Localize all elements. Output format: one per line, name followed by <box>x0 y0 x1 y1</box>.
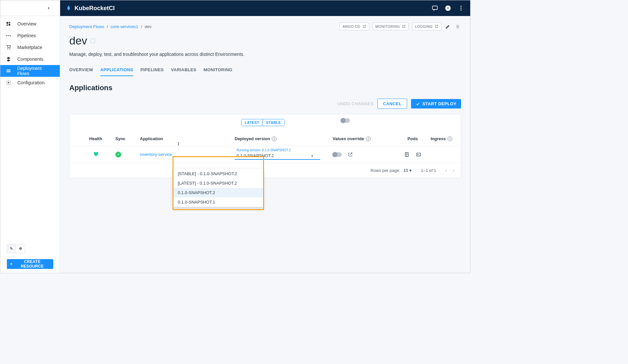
info-icon[interactable]: i <box>272 137 276 141</box>
chevron-down-icon: ▾ <box>409 168 412 173</box>
cancel-button[interactable]: CANCEL <box>377 99 407 109</box>
edit-button[interactable] <box>445 23 451 30</box>
start-deploy-button[interactable]: START DEPLOY <box>411 99 461 108</box>
values-override-toggle[interactable] <box>333 152 342 157</box>
layers-icon <box>6 56 11 62</box>
svg-point-13 <box>460 6 461 7</box>
info-icon[interactable]: i <box>448 137 452 141</box>
sidebar: Overview Pipelines Marketplace Component… <box>0 0 60 273</box>
rows-per-page-select[interactable]: 15 ▾ <box>404 168 412 173</box>
pod-log-icon[interactable] <box>404 152 410 157</box>
tool-icon-2[interactable]: ✲ <box>16 244 25 253</box>
svg-rect-3 <box>7 25 8 25</box>
dropdown-option-snapshot1[interactable]: 0.1.0-SNAPSHOT.1 <box>173 197 263 207</box>
sidebar-item-pipelines[interactable]: Pipelines <box>0 30 60 41</box>
copy-icon[interactable] <box>91 39 95 43</box>
tabs: OVERVIEW APPLICATIONS PIPELINES VARIABLE… <box>69 64 461 76</box>
pod-terminal-icon[interactable] <box>416 152 421 157</box>
col-health: Health <box>89 136 102 141</box>
col-deployed: Deployed versioni <box>235 136 333 141</box>
plus-icon: + <box>10 262 12 266</box>
dropdown-option-stable[interactable]: [STABLE] - 0.1.0-SNAPSHOT.2 <box>173 169 263 178</box>
argo-cd-button[interactable]: ARGO CD <box>339 23 369 30</box>
create-resource-button[interactable]: + CREATE RESOURCE <box>7 259 53 269</box>
selected-version: 0.1.0-SNAPSHOT.2 <box>237 153 274 158</box>
tab-monitoring[interactable]: MONITORING <box>204 64 232 76</box>
sidebar-item-configuration[interactable]: Configuration <box>0 77 60 89</box>
svg-point-15 <box>460 9 461 10</box>
application-link[interactable]: inventory-service <box>140 152 235 157</box>
monitoring-button[interactable]: MONITORING <box>372 23 409 30</box>
sidebar-label-pipelines: Pipelines <box>17 33 36 38</box>
cart-icon <box>6 44 11 50</box>
breadcrumb-mid[interactable]: core-services1 <box>111 24 139 29</box>
external-link-icon <box>435 25 438 28</box>
tab-variables[interactable]: VARIABLES <box>171 64 196 76</box>
brand[interactable]: KubeRocketCI <box>65 5 115 12</box>
tab-pipelines[interactable]: PIPELINES <box>140 64 164 76</box>
text-cursor: I <box>178 141 179 147</box>
running-version-label: Running version: 0.1.0-SNAPSHOT.2 <box>237 148 291 152</box>
svg-rect-0 <box>7 22 8 24</box>
svg-text:i: i <box>447 6 448 10</box>
external-link-icon[interactable] <box>348 152 353 157</box>
sidebar-label-marketplace: Marketplace <box>17 45 42 50</box>
external-link-icon <box>402 25 406 28</box>
topbar: KubeRocketCI i <box>60 0 470 16</box>
dashboard-icon <box>6 21 11 27</box>
create-resource-label: CREATE RESOURCE <box>14 259 50 269</box>
sidebar-label-deployment-flows: Deployment Flows <box>17 66 55 76</box>
col-sync: Sync <box>115 136 140 141</box>
version-dropdown: [STABLE] - 0.1.0-SNAPSHOT.2 [LATEST] - 0… <box>173 169 263 207</box>
brand-label: KubeRocketCI <box>74 5 115 12</box>
delete-button[interactable] <box>454 23 461 30</box>
health-icon <box>93 151 99 158</box>
info-icon[interactable]: i <box>366 137 371 141</box>
sidebar-label-configuration: Configuration <box>17 80 44 85</box>
logging-button[interactable]: LOGGING <box>412 23 441 30</box>
dropdown-option-latest[interactable]: [LATEST] - 0.1.0-SNAPSHOT.2 <box>173 178 263 188</box>
breadcrumb: Deployment Flows / core-services1 / dev <box>69 24 152 29</box>
svg-rect-6 <box>10 35 11 36</box>
rocket-icon <box>65 5 72 11</box>
svg-rect-1 <box>9 22 10 23</box>
main-content: Deployment Flows / core-services1 / dev … <box>60 16 470 273</box>
sidebar-label-components: Components <box>17 57 43 62</box>
sidebar-item-marketplace[interactable]: Marketplace <box>0 41 60 53</box>
chat-icon[interactable] <box>431 4 439 12</box>
external-link-icon <box>362 25 366 28</box>
more-icon[interactable] <box>457 4 465 12</box>
prev-page-button[interactable]: ‹ <box>445 168 447 173</box>
svg-rect-10 <box>433 6 438 9</box>
sidebar-item-overview[interactable]: Overview <box>0 18 60 30</box>
table-footer: Rows per page: 15 ▾ 1–1 of 1 ‹ › <box>70 163 461 178</box>
breadcrumb-leaf: dev <box>145 24 152 29</box>
pagination-range: 1–1 of 1 <box>421 168 436 173</box>
version-select-wrap: Running version: 0.1.0-SNAPSHOT.2 0.1.0-… <box>235 149 333 160</box>
tool-icon-1[interactable]: ✎ <box>7 244 16 253</box>
pipeline-icon <box>6 33 11 39</box>
section-title: Applications <box>69 84 461 92</box>
breadcrumb-root[interactable]: Deployment Flows <box>69 24 104 29</box>
svg-point-14 <box>460 8 461 8</box>
sidebar-item-components[interactable]: Components <box>0 53 60 65</box>
col-application: Application <box>140 136 235 141</box>
dropdown-arrow-icon: ▲ <box>311 154 314 157</box>
check-icon <box>416 102 420 106</box>
next-page-button[interactable]: › <box>453 168 454 173</box>
dropdown-option-snapshot2[interactable]: 0.1.0-SNAPSHOT.2 <box>173 188 263 197</box>
sidebar-item-deployment-flows[interactable]: Deployment Flows <box>0 65 60 77</box>
info-icon[interactable]: i <box>444 4 452 12</box>
undo-changes-button[interactable]: UNDO CHANGES <box>337 101 373 106</box>
page-title: dev <box>69 34 87 47</box>
sidebar-collapse-button[interactable] <box>0 0 60 16</box>
flow-icon <box>6 68 11 74</box>
table-row: ✓ inventory-service Running version: 0.1… <box>70 146 461 163</box>
svg-rect-5 <box>8 35 9 36</box>
tab-overview[interactable]: OVERVIEW <box>69 64 93 76</box>
rows-per-page-label: Rows per page: <box>371 168 400 173</box>
page-description: Manage, deploy, test, and troubleshoot y… <box>69 52 461 57</box>
svg-rect-8 <box>7 71 10 72</box>
tab-applications[interactable]: APPLICATIONS <box>100 64 133 76</box>
col-ingress: Ingressi <box>431 136 457 141</box>
